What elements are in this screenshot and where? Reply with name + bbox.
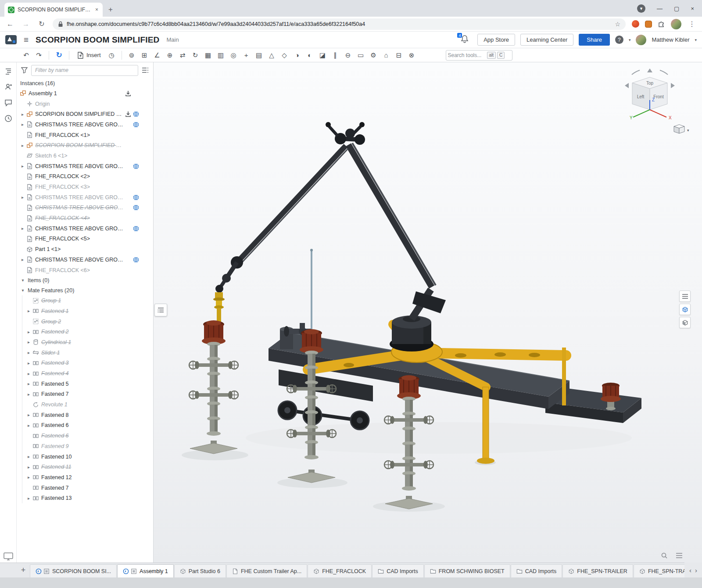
named-positions-icon[interactable]: ◇ [279,50,290,61]
configurations-icon[interactable]: ⚙ [368,50,380,61]
expand-arrow-icon[interactable]: ▸ [19,195,26,200]
filter-input[interactable] [31,65,138,76]
tab-manager-button[interactable] [674,550,684,561]
linear-pattern-icon[interactable]: ▥ [215,50,227,61]
mate-row[interactable]: Fastened 7 [17,483,153,493]
instance-row[interactable]: FHE_FRACLOCK <2> [17,172,153,182]
instance-row[interactable]: ▸CHRISTMAS TREE ABOVE GROUND <2> [17,119,153,130]
share-button[interactable]: Share [579,34,610,46]
browser-update-icon[interactable]: ▾ [637,4,645,13]
circular-pattern-icon[interactable]: ◎ [228,50,240,61]
mate-row[interactable]: ▸Fastened 4 [17,368,153,379]
mate-features-header[interactable]: ▾ Mate Features (20) [17,285,153,295]
mate-row[interactable]: ▸Fastened 13 [17,493,153,503]
workspace-name[interactable]: Main [167,36,179,43]
onshape-logo[interactable] [5,35,17,44]
insert-button[interactable]: Insert [73,50,105,61]
expand-arrow-icon[interactable]: ▸ [25,371,32,376]
document-tab[interactable]: FROM SCHWING BIOSET [424,564,510,577]
boom-turret[interactable] [390,316,433,351]
instance-row[interactable]: FHE_FRACLOCK <4> [17,213,153,223]
view-cube[interactable]: Top Left Front Y X Z ▾ [609,64,691,141]
document-tab[interactable]: CAD Imports [372,564,424,577]
document-tab[interactable]: FHE_FRACLOCK [308,564,372,577]
mate-row[interactable]: ▸Slider 1 [17,348,153,358]
frac-tree-1[interactable] [189,320,238,454]
measure-icon[interactable]: ∥ [330,50,341,61]
mate-row[interactable]: ▸Fastened 10 [17,452,153,462]
items-header[interactable]: ▾ Items (0) [17,275,153,285]
comments-icon[interactable] [4,98,13,107]
instance-row[interactable]: ▸CHRISTMAS TREE ABOVE GROUND <5> [17,223,153,234]
tab-scroll-right-icon[interactable]: › [694,566,698,574]
mate-row[interactable]: Fastened 6 [17,430,153,441]
undo-icon[interactable]: ↶ [20,50,32,61]
linked-document-icon[interactable] [132,225,140,232]
update-available-icon[interactable] [124,111,132,118]
expand-arrow-icon[interactable]: ▸ [25,496,32,501]
linked-document-icon[interactable] [132,163,140,169]
instance-row[interactable]: Sketch 6 <1> [17,151,153,161]
mate-row[interactable]: ▸Cylindrical 1 [17,337,153,348]
add-element-button[interactable]: + [17,563,30,577]
hamburger-menu-icon[interactable]: ≡ [22,35,30,45]
rotate-part-icon[interactable]: ↻ [190,50,201,61]
mate-row[interactable]: ▸Fastened 7 [17,389,153,400]
help-button[interactable]: ? [615,36,623,44]
tree-popout-button[interactable] [154,304,167,316]
linked-document-icon[interactable] [132,256,140,263]
extension-icon[interactable] [645,21,652,28]
minimize-button[interactable]: — [657,5,663,12]
expand-arrow-icon[interactable]: ▸ [19,164,26,169]
update-available-icon[interactable] [124,90,132,97]
mate-row[interactable]: ▸Fastened 3 [17,358,153,369]
sheet-metal-icon[interactable]: ⌂ [380,50,392,61]
mate-row[interactable]: Fastened 9 [17,441,153,452]
mate-row[interactable]: ▸Fastened 8 [17,410,153,420]
expand-arrow-icon[interactable]: ▸ [25,308,32,313]
collapse-arrow-icon[interactable]: ▾ [20,278,25,283]
browser-profile-avatar[interactable] [671,19,681,29]
user-name[interactable]: Matthew Kibler [652,36,689,43]
display-states-icon[interactable]: ◑ [291,50,303,61]
replicate-icon[interactable]: ▦ [202,50,214,61]
drawing-icon[interactable]: ▭ [355,50,367,61]
section-view-icon[interactable]: ◪ [317,50,329,61]
expand-arrow-icon[interactable]: ▸ [25,423,32,428]
document-title[interactable]: SCORPION BOOM SIMPLIFIED [36,35,159,45]
bom-icon[interactable]: ▤ [253,50,265,61]
instance-row[interactable]: Part 1 <1> [17,244,153,255]
exploded-view-icon[interactable]: △ [266,50,278,61]
expand-arrow-icon[interactable]: ▸ [19,226,26,231]
dock-list-button[interactable] [679,290,691,302]
rollback-icon[interactable]: ◷ [106,50,118,61]
mate-row[interactable]: ▸Fastened 12 [17,472,153,483]
instance-row[interactable]: ▸SCORPION BOOM SIMPLIFIED <2> [17,140,153,151]
app-store-button[interactable]: App Store [477,34,515,46]
tab-close-icon[interactable]: × [94,7,99,13]
expand-arrow-icon[interactable]: ▸ [25,465,32,470]
mate-row[interactable]: ▸Fastened 11 [17,462,153,472]
notifications-button[interactable]: 4 [461,35,472,45]
linked-document-icon[interactable] [132,194,140,201]
frame-icon[interactable]: ⊟ [393,50,405,61]
mate-row[interactable]: ▸Fastened 1 [17,306,153,316]
new-tab-button[interactable]: + [105,4,116,15]
linked-document-icon[interactable] [132,204,140,211]
puzzle-extensions-icon[interactable] [658,20,665,28]
expand-arrow-icon[interactable]: ▸ [25,381,32,386]
document-tab[interactable]: Part Studio 6 [174,564,226,577]
instance-row[interactable]: ▸CHRISTMAS TREE ABOVE GROUND <3> [17,192,153,203]
linked-document-icon[interactable] [132,121,140,128]
update-document-icon[interactable]: ↻ [53,50,65,61]
expand-arrow-icon[interactable]: ▸ [19,257,26,262]
scorpion-boom-arm[interactable] [213,122,446,323]
instance-row[interactable]: FHE_FRACLOCK <6> [17,265,153,276]
collapse-arrow-icon[interactable]: ▾ [20,288,25,293]
relation-icon[interactable]: ∠ [151,50,163,61]
instance-row[interactable]: ▸CHRISTMAS TREE ABOVE GROUND <6> [17,255,153,265]
expand-arrow-icon[interactable]: ▸ [25,475,32,480]
history-icon[interactable] [4,114,13,123]
mate-row[interactable]: ▸Fastened 2 [17,326,153,337]
group-icon[interactable]: ⊞ [139,50,150,61]
